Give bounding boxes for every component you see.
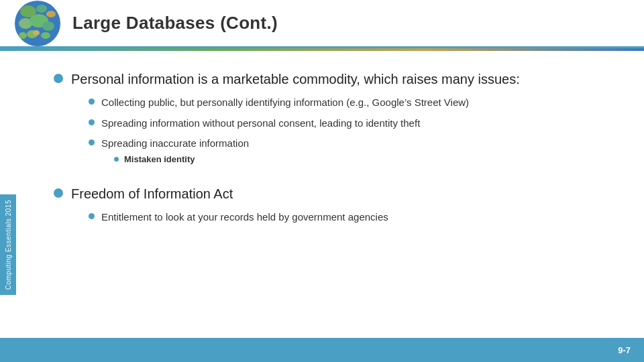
slide-header: Large Databases (Cont.): [0, 0, 644, 48]
sub-bullets-2: Entitlement to look at your records held…: [89, 210, 388, 225]
main-bullet-1-text: Personal information is a marketable com…: [71, 72, 520, 86]
sub-bullet-2-1: Entitlement to look at your records held…: [89, 210, 388, 225]
slide-title: Large Databases (Cont.): [72, 13, 278, 34]
bullet-dot-large-2: [54, 188, 63, 198]
sub-bullet-1-1-text: Collecting public, but personally identi…: [101, 95, 469, 111]
bullet-dot-small-2-1: [89, 213, 95, 219]
sub-bullet-2-1-text: Entitlement to look at your records held…: [101, 210, 388, 225]
bullet-dot-small-1-1: [89, 99, 95, 105]
sidebar-label: Computing Essentials 2015: [0, 194, 16, 295]
svg-point-9: [46, 11, 56, 17]
sub-sub-bullet-1-3-1-text: Mistaken identity: [124, 154, 195, 164]
main-bullet-2: Freedom of Information Act Entitlement t…: [54, 184, 590, 231]
sub-bullet-1-1: Collecting public, but personally identi…: [89, 95, 520, 111]
bullet-dot-small-1-3: [89, 139, 95, 145]
sub-sub-bullets-1-3: Mistaken identity: [114, 154, 249, 164]
bullet-dot-small-1-2: [89, 119, 95, 125]
sub-sub-bullet-1-3-1: Mistaken identity: [114, 154, 249, 164]
svg-point-10: [33, 30, 40, 36]
svg-point-2: [36, 5, 47, 13]
slide-number: 9-7: [618, 345, 631, 355]
main-content-area: Personal information is a marketable com…: [0, 51, 644, 336]
main-bullet-2-text: Freedom of Information Act: [71, 186, 233, 201]
sidebar-text: Computing Essentials 2015: [5, 200, 12, 290]
globe-icon: [13, 0, 62, 48]
sub-bullet-1-3: Spreading inaccurate information Mistake…: [89, 136, 520, 167]
sub-bullets-1: Collecting public, but personally identi…: [89, 95, 520, 167]
main-bullet-1: Personal information is a marketable com…: [54, 70, 590, 172]
sub-bullet-1-2-text: Spreading information without personal c…: [101, 116, 420, 131]
bullet-dot-tiny-1: [114, 157, 119, 162]
svg-point-5: [42, 21, 54, 31]
sub-bullet-1-3-text: Spreading inaccurate information: [101, 137, 249, 149]
sub-bullet-1-2: Spreading information without personal c…: [89, 116, 520, 131]
bullet-dot-large-1: [54, 74, 63, 83]
bottom-bar: 9-7: [0, 338, 644, 362]
slide-content: Personal information is a marketable com…: [0, 51, 644, 336]
svg-point-7: [41, 32, 50, 39]
